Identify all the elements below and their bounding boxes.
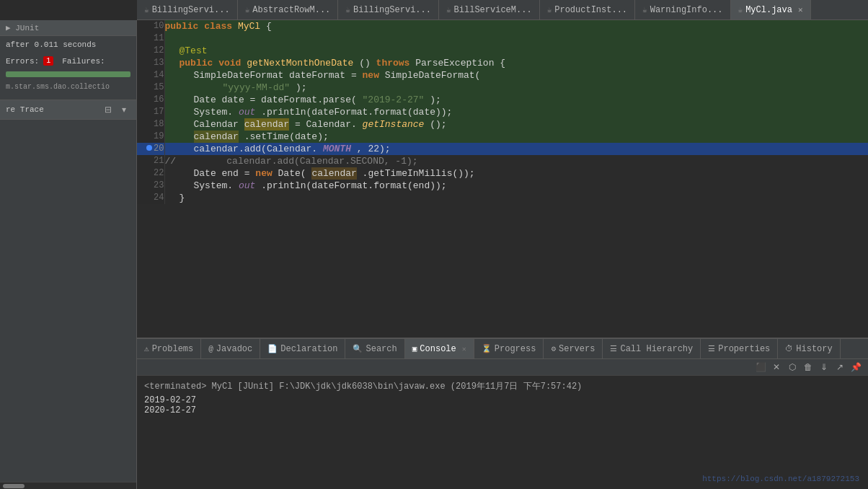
console-toolbar: ⬛ ✕ ⬡ 🗑 ⇓ ↗ 📌 (137, 359, 868, 376)
close-icon[interactable]: ✕ (798, 5, 803, 14)
console-stop-btn[interactable]: ⬛ (754, 361, 767, 374)
tab-productinst[interactable]: ☕ ProductInst... (540, 0, 635, 19)
code-lines-table: 10 public class MyCl { (137, 20, 868, 204)
btab-javadoc[interactable]: @ Javadoc (201, 339, 260, 358)
sidebar-expand-btn[interactable]: ⊟ (102, 103, 115, 116)
btab-progress[interactable]: ⏳ Progress (474, 339, 544, 358)
tab-abstractrowm[interactable]: ☕ AbstractRowM... (238, 0, 339, 19)
java-file-icon5: ☕ (547, 5, 552, 14)
java-file-icon: ☕ (144, 5, 149, 14)
sidebar-error-row: Errors: 1 Failures: (0, 53, 136, 69)
tab-billingservi2[interactable]: ☕ BillingServi... (338, 0, 439, 19)
console-scroll-lock-btn[interactable]: ⇓ (818, 361, 831, 374)
sidebar-options-btn[interactable]: ▾ (118, 103, 130, 116)
sidebar: ▶ JUnit after 0.011 seconds Errors: 1 Fa… (0, 20, 137, 489)
table-row: 17 System. out .println(dateFormat.forma… (137, 106, 868, 118)
table-row: 19 calendar .setTime(date); (137, 131, 868, 143)
errors-badge: 1 (43, 56, 53, 66)
sidebar-hscroll-thumb (3, 484, 25, 488)
bottom-panel: ⚠ Problems @ Javadoc 📄 Declaration 🔍 Sea… (137, 338, 868, 489)
editor-area: 10 public class MyCl { (137, 20, 868, 489)
debug-dot (146, 145, 152, 151)
problems-icon: ⚠ (144, 344, 149, 353)
table-row: 13 public void getNextMonthOneDate () th… (137, 57, 868, 69)
properties-icon: ☰ (708, 344, 715, 353)
console-pin-btn[interactable]: 📌 (849, 361, 862, 374)
table-row: 24 } (137, 192, 868, 204)
progress-bar (6, 71, 130, 77)
main-layout: ▶ JUnit after 0.011 seconds Errors: 1 Fa… (0, 20, 868, 489)
declaration-icon: 📄 (267, 344, 278, 353)
sidebar-header: ▶ JUnit (0, 20, 136, 36)
table-row: 10 public class MyCl { (137, 20, 868, 32)
btab-declaration[interactable]: 📄 Declaration (260, 339, 345, 358)
table-row: 16 Date date = dateFormat.parse( "2019-2… (137, 94, 868, 106)
tab-billservicem[interactable]: ☕ BillServiceM... (439, 0, 540, 19)
console-terminate-btn[interactable]: ✕ (770, 361, 783, 374)
table-row: 22 Date end = new Date( calendar .getTim… (137, 167, 868, 180)
servers-icon: ⚙ (551, 344, 556, 353)
console-output-line2: 2020-12-27 (144, 405, 861, 415)
tab-mycl[interactable]: ☕ MyCl.java ✕ (731, 0, 811, 19)
btab-problems[interactable]: ⚠ Problems (137, 339, 201, 358)
console-close-icon[interactable]: ✕ (462, 345, 466, 353)
sidebar-bottom-area: re Trace ⊟ ▾ (0, 100, 136, 482)
bottom-tab-bar: ⚠ Problems @ Javadoc 📄 Declaration 🔍 Sea… (137, 339, 868, 359)
javadoc-icon: @ (208, 345, 213, 353)
java-file-icon7: ☕ (738, 5, 743, 14)
btab-callhierarchy[interactable]: ☰ Call Hierarchy (603, 339, 701, 358)
progress-icon: ⏳ (482, 344, 492, 353)
btab-history[interactable]: ⏱ History (778, 339, 840, 358)
table-row: 21 // calendar.add(Calendar.SECOND, -1); (137, 155, 868, 167)
table-row: 15 "yyyy-MM-dd" ); (137, 82, 868, 94)
code-editor[interactable]: 10 public class MyCl { (137, 20, 868, 338)
editor-tab-bar: ☕ BillingServi... ☕ AbstractRowM... ☕ Bi… (137, 0, 868, 20)
btab-search[interactable]: 🔍 Search (345, 339, 404, 358)
btab-servers[interactable]: ⚙ Servers (544, 339, 603, 358)
table-row: 20 calendar.add(Calendar. MONTH , 22); (137, 143, 868, 155)
console-disconnect-btn[interactable]: ⬡ (786, 361, 799, 374)
btab-properties[interactable]: ☰ Properties (701, 339, 778, 358)
sidebar-after-text: after 0.011 seconds (0, 36, 136, 53)
java-file-icon3: ☕ (345, 5, 350, 14)
table-row: 18 Calendar calendar = Calendar. getInst… (137, 118, 868, 131)
tab-billingservi1[interactable]: ☕ BillingServi... (137, 0, 238, 19)
java-file-icon2: ☕ (245, 5, 250, 14)
java-file-icon6: ☕ (642, 5, 647, 14)
console-open-btn[interactable]: ↗ (833, 361, 846, 374)
failures-label: Failures: (62, 57, 105, 66)
console-content: <terminated> MyCl [JUnit] F:\JDK\jdk\jdk… (137, 376, 868, 489)
history-icon: ⏱ (785, 344, 793, 353)
table-row: 23 System. out .println(dateFormat.forma… (137, 180, 868, 192)
console-clear-btn[interactable]: 🗑 (802, 361, 815, 374)
sidebar-hscroll (0, 482, 136, 489)
btab-console[interactable]: ▣ Console ✕ (405, 339, 474, 358)
table-row: 14 SimpleDateFormat dateFormat = new Sim… (137, 69, 868, 82)
console-icon: ▣ (412, 344, 417, 353)
sidebar-path: m.star.sms.dao.collectio (0, 80, 136, 94)
table-row: 11 (137, 32, 868, 45)
search-icon: 🔍 (353, 344, 363, 353)
watermark-text: https://blog.csdn.net/a1879272153 (702, 475, 859, 483)
console-terminated-line: <terminated> MyCl [JUnit] F:\JDK\jdk\jdk… (144, 380, 861, 392)
code-scroll-area[interactable]: 10 public class MyCl { (137, 20, 868, 338)
callhierarchy-icon: ☰ (610, 344, 617, 353)
errors-label: Errors: (6, 57, 39, 66)
tab-warninginfo[interactable]: ☕ WarningInfo... (635, 0, 730, 19)
sidebar-stack-header: re Trace ⊟ ▾ (0, 100, 136, 120)
console-output-line1: 2019-02-27 (144, 395, 861, 405)
java-file-icon4: ☕ (446, 5, 451, 14)
table-row: 12 @Test (137, 45, 868, 57)
